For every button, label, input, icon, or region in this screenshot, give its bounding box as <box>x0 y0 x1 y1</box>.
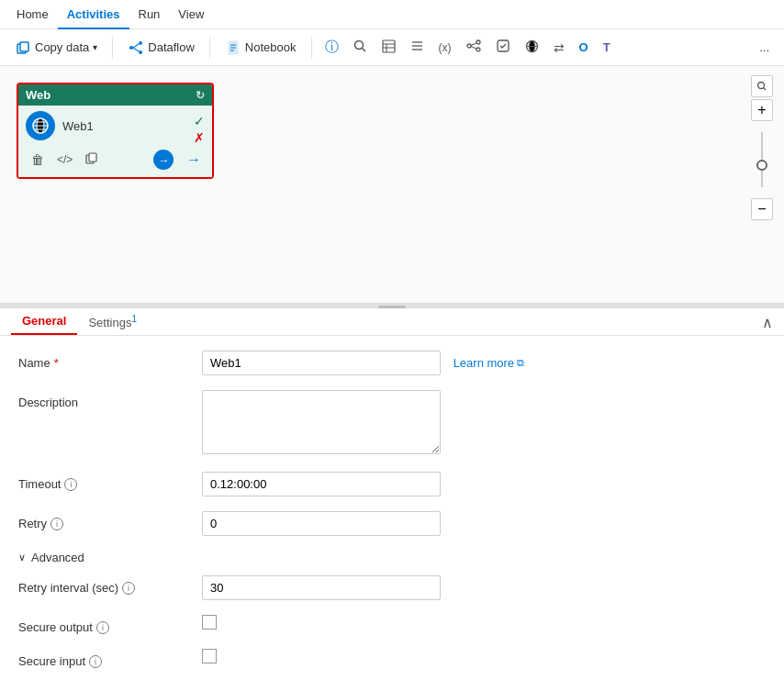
retry-info-icon[interactable]: i <box>50 518 63 530</box>
globe-toolbar-icon <box>525 39 539 56</box>
name-required: * <box>54 356 59 370</box>
learn-more-link[interactable]: Learn more ⧉ <box>454 356 524 370</box>
canvas-area: Web ↻ Web1 ✓ ✗ 🗑 </> <box>0 66 784 305</box>
nav-activities[interactable]: Activities <box>58 0 129 29</box>
timeout-label: Timeout i <box>18 472 202 491</box>
arrow-toolbar-button[interactable]: ⇄ <box>548 37 570 59</box>
bottom-panel: General Settings1 ∧ Name * Learn more ⧉ <box>0 308 784 676</box>
zoom-in-button[interactable]: + <box>751 99 773 121</box>
list-toolbar-icon <box>410 39 424 56</box>
list-toolbar-button[interactable] <box>405 36 430 60</box>
separator-1 <box>112 37 113 59</box>
copy-data-button[interactable]: Copy data ▾ <box>7 36 105 60</box>
retry-interval-input[interactable] <box>202 575 441 600</box>
form-row-timeout: Timeout i <box>18 472 766 496</box>
secure-output-control <box>202 615 766 632</box>
activity-content: Web1 <box>26 111 94 140</box>
top-nav: Home Activities Run View <box>0 0 784 29</box>
activity-check-icon: ✓ <box>194 114 205 128</box>
tab-settings[interactable]: Settings1 <box>77 308 148 335</box>
nav-view[interactable]: View <box>169 0 213 29</box>
secure-output-checkbox[interactable] <box>202 615 217 630</box>
notebook-button[interactable]: Notebook <box>218 36 304 60</box>
activity-status-actions: ✓ ✗ <box>194 114 205 145</box>
nav-home[interactable]: Home <box>7 0 58 29</box>
description-input[interactable] <box>202 390 441 454</box>
copy-data-label: Copy data <box>35 40 89 54</box>
panel-collapse-button[interactable]: ∧ <box>762 313 773 330</box>
name-control: Learn more ⧉ <box>202 351 766 375</box>
name-label: Name * <box>18 351 202 370</box>
tab-settings-badge: 1 <box>131 314 137 324</box>
separator-2 <box>209 37 210 59</box>
separator-3 <box>311 37 312 59</box>
activity-header: Web ↻ <box>18 84 212 106</box>
activity-x-icon: ✗ <box>194 130 205 145</box>
svg-point-36 <box>758 83 765 89</box>
more-toolbar-button[interactable]: ... <box>752 37 777 58</box>
secure-output-info-icon[interactable]: i <box>96 621 109 634</box>
pipeline-toolbar-button[interactable] <box>461 35 487 60</box>
name-input[interactable] <box>202 351 441 375</box>
arrow-toolbar-icon: ⇄ <box>554 40 565 55</box>
validate-toolbar-icon <box>496 39 510 56</box>
secure-input-control <box>202 649 766 666</box>
advanced-toggle-button[interactable]: ∨ Advanced <box>18 551 84 564</box>
svg-rect-35 <box>89 153 96 162</box>
activity-name: Web1 <box>62 119 94 133</box>
svg-line-37 <box>764 88 767 91</box>
web-activity-node[interactable]: Web ↻ Web1 ✓ ✗ 🗑 </> <box>17 83 214 179</box>
timeout-input[interactable] <box>202 472 441 496</box>
validate-toolbar-button[interactable] <box>490 35 516 60</box>
svg-line-23 <box>471 43 476 46</box>
globe-toolbar-button[interactable] <box>520 36 544 60</box>
svg-point-11 <box>354 40 363 49</box>
retry-interval-label: Retry interval (sec) i <box>18 575 202 595</box>
svg-point-21 <box>476 40 480 44</box>
table-toolbar-icon <box>382 39 396 56</box>
retry-interval-info-icon[interactable]: i <box>122 582 135 595</box>
activity-run-button[interactable]: → <box>153 150 174 170</box>
copy-data-icon <box>15 39 31 56</box>
table-toolbar-button[interactable] <box>376 36 401 60</box>
info-toolbar-button[interactable]: ⓘ <box>319 35 344 60</box>
form-row-secure-input: Secure input i <box>18 649 766 668</box>
activity-body: Web1 ✓ ✗ 🗑 </> → → <box>18 106 212 177</box>
activity-code-button[interactable]: </> <box>55 151 74 168</box>
svg-point-3 <box>139 41 142 45</box>
nav-run[interactable]: Run <box>129 0 170 29</box>
dataflow-button[interactable]: Dataflow <box>120 36 202 60</box>
svg-line-5 <box>133 44 139 48</box>
pipeline-toolbar-icon <box>466 39 481 56</box>
svg-rect-13 <box>383 40 395 52</box>
retry-label: Retry i <box>18 511 202 530</box>
variable-toolbar-icon: (x) <box>439 41 452 54</box>
outlook-toolbar-button[interactable]: O <box>574 37 594 58</box>
secure-input-info-icon[interactable]: i <box>89 655 102 668</box>
timeout-info-icon[interactable]: i <box>64 478 77 491</box>
tab-settings-label: Settings <box>88 316 131 329</box>
tab-general[interactable]: General <box>11 308 77 335</box>
search-toolbar-button[interactable] <box>348 36 373 60</box>
secure-input-checkbox[interactable] <box>202 649 217 663</box>
zoom-search-button[interactable] <box>751 75 773 97</box>
activity-header-title: Web <box>26 88 50 102</box>
form-row-retry-interval: Retry interval (sec) i <box>18 575 766 600</box>
form-row-retry: Retry i <box>18 511 766 536</box>
advanced-label: Advanced <box>31 551 84 564</box>
activity-copy-button[interactable] <box>84 150 100 170</box>
variable-toolbar-button[interactable]: (x) <box>433 38 457 58</box>
svg-line-6 <box>133 48 139 51</box>
dataflow-icon <box>128 39 144 56</box>
zoom-controls: + − <box>751 75 773 220</box>
activity-delete-button[interactable]: 🗑 <box>29 150 46 169</box>
zoom-slider[interactable] <box>761 123 763 196</box>
more-toolbar-label: ... <box>759 40 769 54</box>
description-label: Description <box>18 390 202 409</box>
retry-input[interactable] <box>202 511 441 536</box>
zoom-out-button[interactable]: − <box>751 198 773 220</box>
advanced-chevron-icon: ∨ <box>18 552 26 563</box>
search-toolbar-icon <box>353 39 367 56</box>
teams-toolbar-icon: T <box>603 40 610 54</box>
teams-toolbar-button[interactable]: T <box>598 37 616 58</box>
